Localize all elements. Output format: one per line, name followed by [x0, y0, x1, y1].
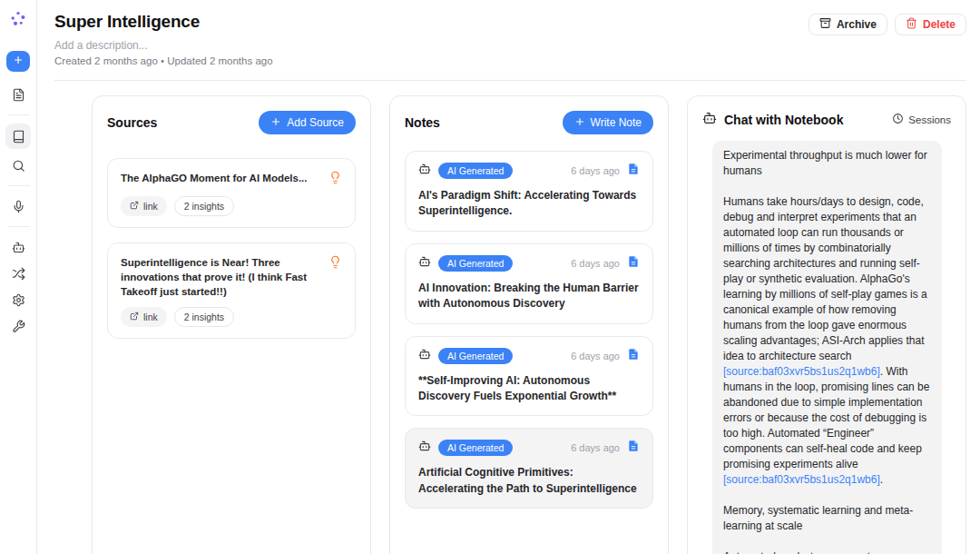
source-list: The AlphaGO Moment for AI Models... link… [93, 143, 370, 339]
source-citation-link[interactable]: [source:baf03xvr5bs1us2q1wb6] [723, 473, 880, 486]
sessions-label: Sessions [908, 114, 951, 125]
archive-button[interactable]: Archive [808, 14, 887, 35]
header-divider [54, 80, 966, 81]
source-title: The AlphaGO Moment for AI Models... [121, 171, 308, 188]
sidebar-item-search[interactable] [5, 153, 31, 177]
source-citation-link[interactable]: [source:baf03xvr5bs1us2q1wb6] [723, 365, 880, 378]
ai-generated-badge: AI Generated [438, 163, 513, 179]
chat-panel: Chat with Notebook Sessions Experimental… [687, 95, 966, 554]
header-actions: Archive Delete [808, 14, 966, 35]
chat-title-group: Chat with Notebook [702, 111, 843, 128]
chat-text: Experimental throughput is much lower fo… [723, 149, 927, 177]
notebook-icon [12, 130, 25, 143]
sidebar-item-tools[interactable] [5, 314, 31, 338]
insights-badge[interactable]: 2 insights [174, 196, 234, 216]
note-card[interactable]: AI Generated 6 days ago **Self-Improving… [405, 336, 653, 417]
page-title: Super Intelligence [54, 12, 273, 32]
sidebar [0, 0, 37, 554]
note-card-top: AI Generated 6 days ago [418, 255, 640, 272]
chat-panel-header: Chat with Notebook Sessions [688, 96, 965, 137]
lightbulb-icon[interactable] [328, 171, 342, 188]
robot-icon [418, 440, 431, 456]
main-content: Super Intelligence Add a description... … [37, 0, 980, 554]
note-card-top: AI Generated 6 days ago [418, 440, 640, 456]
trash-icon [906, 17, 917, 32]
add-source-button[interactable]: Add Source [259, 111, 356, 134]
source-badges: link 2 insights [121, 307, 342, 327]
note-timestamp: 6 days ago [571, 258, 620, 269]
note-card[interactable]: AI Generated 6 days ago AI Innovation: B… [405, 243, 653, 324]
write-note-button[interactable]: Write Note [563, 111, 653, 134]
source-card[interactable]: The AlphaGO Moment for AI Models... link… [107, 158, 356, 228]
search-icon [12, 159, 25, 173]
note-card[interactable]: AI Generated 6 days ago Artificial Cogni… [405, 428, 653, 509]
lightbulb-icon[interactable] [328, 255, 342, 299]
sidebar-divider [7, 185, 30, 186]
write-note-label: Write Note [591, 116, 642, 129]
sidebar-item-settings[interactable] [5, 288, 31, 312]
robot-icon [12, 241, 25, 254]
note-timestamp: 6 days ago [571, 442, 620, 453]
plus-icon [270, 116, 281, 130]
note-timestamp: 6 days ago [571, 165, 620, 176]
source-badges: link 2 insights [121, 196, 342, 216]
note-document-icon[interactable] [627, 440, 640, 456]
external-link-icon [130, 201, 139, 212]
note-title: Artificial Cognitive Primitives: Acceler… [418, 465, 640, 497]
link-badge-label: link [143, 201, 158, 212]
notes-title: Notes [405, 115, 440, 130]
sources-panel-header: Sources Add Source [93, 96, 370, 143]
archive-icon [819, 17, 831, 32]
archive-button-label: Archive [837, 18, 877, 31]
note-document-icon[interactable] [627, 348, 640, 364]
chat-paragraph: Automated analyst components can [723, 549, 931, 554]
source-card[interactable]: Superintelligence is Near! Three innovat… [107, 242, 356, 339]
document-icon [12, 88, 25, 102]
chat-text: . [880, 473, 883, 486]
chat-message-area[interactable]: Experimental throughput is much lower fo… [688, 137, 965, 554]
chat-text: Automated analyst components can [723, 550, 897, 554]
ai-generated-badge: AI Generated [438, 255, 513, 272]
sidebar-item-documents[interactable] [5, 83, 31, 106]
sidebar-add-button[interactable] [6, 51, 30, 72]
columns: Sources Add Source The AlphaGO Moment fo… [92, 95, 966, 554]
insights-badge-label: 2 insights [184, 312, 224, 322]
add-source-label: Add Source [287, 116, 344, 129]
wrench-icon [12, 320, 25, 333]
note-list: AI Generated 6 days ago AI's Paradigm Sh… [390, 143, 668, 509]
notebook-header: Super Intelligence Add a description... … [37, 0, 980, 66]
sidebar-item-voice[interactable] [5, 194, 31, 218]
note-title: **Self-Improving AI: Autonomous Discover… [418, 373, 640, 405]
link-badge[interactable]: link [121, 196, 167, 216]
note-title: AI Innovation: Breaking the Human Barrie… [418, 281, 640, 312]
chat-text: Memory, systematic learning and meta-lea… [723, 504, 913, 532]
shuffle-icon [12, 267, 25, 281]
robot-icon [418, 348, 431, 364]
robot-icon [418, 163, 431, 179]
note-card-top: AI Generated 6 days ago [418, 163, 640, 179]
sidebar-item-notebooks[interactable] [5, 124, 31, 149]
insights-badge[interactable]: 2 insights [174, 307, 234, 327]
note-card[interactable]: AI Generated 6 days ago AI's Paradigm Sh… [405, 151, 653, 232]
note-card-top: AI Generated 6 days ago [418, 348, 640, 364]
sidebar-item-shuffle[interactable] [5, 262, 31, 285]
source-title: Superintelligence is Near! Three innovat… [121, 255, 319, 299]
notes-panel: Notes Write Note AI Generated 6 days ago [389, 95, 669, 554]
note-document-icon[interactable] [627, 163, 640, 179]
chat-paragraph: Humans take hours/days to design, code, … [723, 194, 931, 488]
notes-panel-header: Notes Write Note [390, 96, 668, 143]
robot-icon [418, 255, 431, 272]
insights-badge-label: 2 insights [184, 201, 224, 212]
ai-generated-badge: AI Generated [438, 440, 513, 456]
link-badge[interactable]: link [121, 307, 167, 327]
sidebar-item-assistant[interactable] [5, 235, 31, 259]
robot-icon [702, 111, 717, 128]
note-document-icon[interactable] [627, 255, 640, 272]
sessions-button[interactable]: Sessions [892, 113, 951, 126]
sidebar-divider [7, 114, 30, 115]
description-placeholder[interactable]: Add a description... [54, 39, 273, 52]
delete-button[interactable]: Delete [895, 14, 966, 35]
note-timestamp: 6 days ago [571, 351, 620, 361]
clock-icon [892, 113, 904, 126]
ai-generated-badge: AI Generated [438, 348, 513, 364]
